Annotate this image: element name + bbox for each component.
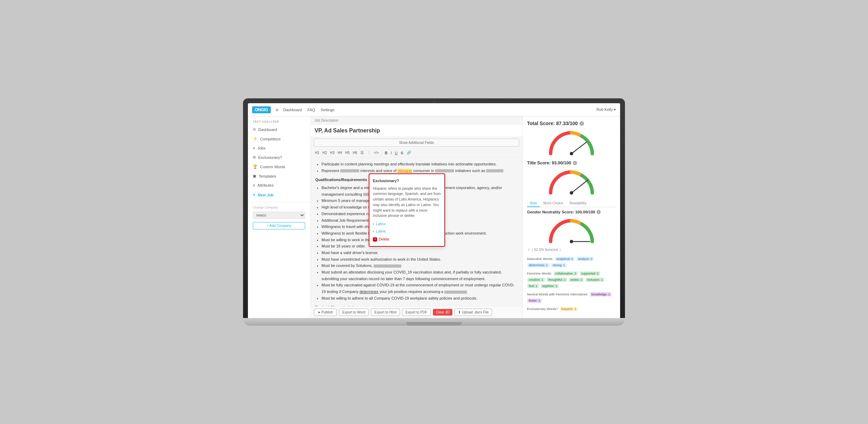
feminine-words-label: Feminine Words: bbox=[527, 271, 552, 275]
sidebar-item-attributes[interactable]: ≡ Attributes bbox=[248, 181, 310, 190]
toolbar-bold[interactable]: B bbox=[384, 150, 389, 156]
popup-title: Exclusionary? bbox=[373, 178, 441, 184]
content-line-2: Represent interests and voice of Hispani… bbox=[322, 168, 518, 174]
fem-tag-5: writes: 1 bbox=[569, 278, 584, 282]
sidebar-label-exclusionary: Exclusionary? bbox=[258, 155, 282, 160]
delete-icon: ✕ bbox=[373, 237, 377, 242]
publish-button[interactable]: ➤ Publish bbox=[314, 309, 337, 316]
qual-11: Must have unrestricted work authorizatio… bbox=[322, 256, 518, 263]
svg-line-0 bbox=[571, 142, 586, 154]
nav-settings[interactable]: Settings bbox=[321, 108, 335, 112]
sidebar-item-exclusionary[interactable]: ⊘ Exclusionary? bbox=[248, 153, 310, 162]
excl-tag-1: hispanic: 1 bbox=[560, 307, 578, 311]
title-score-info-icon[interactable]: i bbox=[573, 161, 577, 165]
toolbar-ol[interactable]: ⋮ bbox=[366, 150, 372, 156]
score-panel: Total Score: 87.33/100 i bbox=[523, 116, 620, 318]
laptop-base bbox=[243, 318, 625, 326]
feminine-pct: ♀ (62.5% feminine) bbox=[527, 247, 616, 252]
clear-jd-button[interactable]: Clear JD bbox=[433, 309, 453, 316]
masc-tag-3: determines: 1 bbox=[527, 263, 549, 267]
camera bbox=[433, 101, 435, 103]
toolbar-italic[interactable]: I bbox=[390, 150, 393, 156]
add-company-button[interactable]: + Add Company bbox=[253, 222, 305, 229]
export-pdf-button[interactable]: Export to PDF bbox=[402, 309, 431, 316]
main-layout: TEXT ANALYZER ⊙ Dashboard ⚡ Competitors … bbox=[248, 116, 620, 318]
upload-icon: ⬆ bbox=[458, 310, 462, 314]
upload-docx-button[interactable]: ⬆ Upload .docx File bbox=[454, 309, 492, 316]
templates-icon: ▣ bbox=[253, 174, 256, 178]
toolbar-code[interactable]: </> bbox=[373, 150, 380, 155]
tab-word-choice[interactable]: Word Choice bbox=[540, 200, 566, 207]
sidebar-label-attributes: Attributes bbox=[257, 183, 273, 187]
toolbar-underline[interactable]: U bbox=[394, 150, 399, 156]
feminine-icon: ♀ bbox=[527, 247, 531, 252]
svg-point-1 bbox=[570, 152, 573, 155]
user-menu[interactable]: Rob Kelly ▾ bbox=[596, 107, 616, 112]
tab-bias[interactable]: Bias bbox=[527, 200, 540, 207]
sidebar-item-custom-words[interactable]: 🏆 Custom Words bbox=[248, 162, 310, 171]
gender-score-info-icon[interactable]: i bbox=[596, 210, 601, 214]
neutral-words-section: Neutral Words with Feminine Alternatives… bbox=[527, 291, 616, 303]
title-score-label: Title Score: 93.00/100 i bbox=[527, 161, 616, 165]
nav-dashboard[interactable]: Dashboard bbox=[283, 108, 302, 112]
formatting-toolbar: H1 H2 H3 H4 H5 H6 ☰ ⋮ </> B I U S bbox=[310, 148, 523, 157]
fem-tag-8: together: 1 bbox=[541, 284, 559, 288]
company-select-wrapper: newco bbox=[248, 211, 310, 220]
fem-tag-2: supported: 2 bbox=[580, 271, 600, 276]
export-word-button[interactable]: Export to Word bbox=[339, 309, 369, 316]
popup-suggestion-latinx[interactable]: • Latinx bbox=[373, 221, 441, 227]
fem-tag-6: inclusion: 1 bbox=[586, 278, 604, 282]
fem-tag-7: feel: 1 bbox=[527, 284, 539, 288]
svg-line-2 bbox=[571, 180, 588, 193]
exclusionary-popup: Exclusionary? Hispanic refers to people … bbox=[369, 173, 445, 247]
neutral-tag-2: foster: 1 bbox=[527, 299, 542, 303]
top-nav: Dashboard FAQ Settings bbox=[283, 108, 592, 112]
score-tabs: Bias Word Choice Readability bbox=[527, 200, 616, 207]
laptop-wrapper: ONGIG ≡ Dashboard FAQ Settings Rob Kelly… bbox=[243, 98, 625, 326]
job-title-input[interactable] bbox=[310, 125, 523, 137]
toolbar-h1[interactable]: H1 bbox=[314, 150, 320, 155]
sidebar-item-competitors[interactable]: ⚡ Competitors bbox=[248, 134, 310, 144]
company-select[interactable]: newco bbox=[253, 212, 305, 219]
toolbar-h2[interactable]: H2 bbox=[322, 150, 328, 155]
sidebar-label-competitors: Competitors bbox=[260, 137, 281, 141]
total-score-gauge bbox=[527, 128, 616, 157]
desired-heading: Desired Characteristics bbox=[315, 304, 518, 306]
total-score-info-icon[interactable]: i bbox=[579, 121, 584, 126]
editor-content[interactable]: Participate in content planning meetings… bbox=[310, 157, 523, 306]
masc-tag-4: strong: 1 bbox=[551, 263, 566, 267]
toolbar-strikethrough[interactable]: S bbox=[400, 150, 404, 156]
fem-tag-1: collaborative: 2 bbox=[554, 271, 578, 276]
fem-tag-4: thoughtful: 1 bbox=[547, 278, 567, 282]
change-company-label: Change Company bbox=[248, 204, 310, 211]
tab-readability[interactable]: Readability bbox=[566, 200, 590, 207]
hamburger-icon[interactable]: ≡ bbox=[276, 107, 278, 113]
hispanic-word[interactable]: Hispanic bbox=[398, 169, 412, 173]
attributes-icon: ≡ bbox=[253, 183, 255, 187]
toolbar-h6[interactable]: H6 bbox=[352, 150, 358, 155]
nav-faq[interactable]: FAQ bbox=[308, 108, 315, 112]
publish-arrow-icon: ➤ bbox=[318, 310, 320, 314]
sidebar-item-templates[interactable]: ▣ Templates bbox=[248, 171, 310, 181]
top-bar: ONGIG ≡ Dashboard FAQ Settings Rob Kelly… bbox=[248, 103, 620, 116]
export-html-button[interactable]: Export to Html bbox=[371, 309, 400, 316]
qual-14: Must be fully vaccinated against COVID-1… bbox=[322, 282, 518, 295]
toolbar-link[interactable]: 🔗 bbox=[406, 150, 412, 156]
neutral-tag-1: knowledge: 1 bbox=[590, 292, 611, 296]
toolbar-ul[interactable]: ☰ bbox=[359, 150, 365, 156]
masculine-words-label: Masculine Words: bbox=[527, 257, 553, 261]
gender-score-label: Gender Neutrality Score: 100.00/100 i bbox=[527, 210, 616, 214]
toolbar-h4[interactable]: H4 bbox=[336, 150, 343, 155]
popup-suggestion-latine[interactable]: • Latine bbox=[373, 228, 441, 235]
bullet-icon: • bbox=[373, 221, 374, 227]
masc-tag-1: analytical: 2 bbox=[555, 257, 575, 261]
sidebar-item-jobs[interactable]: ≡ Jobs bbox=[248, 144, 310, 153]
show-additional-fields-button[interactable]: Show Additional Fields bbox=[314, 139, 519, 147]
toolbar-h3[interactable]: H3 bbox=[329, 150, 336, 155]
toolbar-h5[interactable]: H5 bbox=[344, 150, 351, 155]
sidebar-item-new-job[interactable]: + New Job bbox=[248, 190, 310, 200]
popup-delete-btn[interactable]: ✕ Delete bbox=[373, 236, 441, 243]
sidebar-item-dashboard[interactable]: ⊙ Dashboard bbox=[248, 125, 310, 134]
qual-12: Must be covered by Solutions, bbox=[322, 262, 518, 269]
feminine-words-section: Feminine Words: collaborative: 2 support… bbox=[527, 270, 616, 288]
